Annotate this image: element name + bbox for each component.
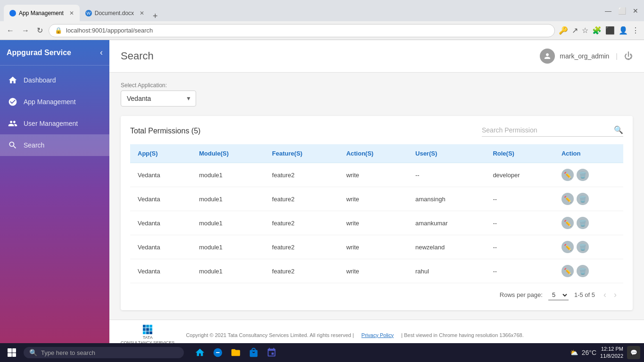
- app-layout: Appgurad Service ‹ Dashboard App Managem…: [0, 40, 644, 343]
- weather-icon: ⛅: [570, 349, 578, 356]
- select-application-label: Select Application:: [121, 82, 633, 89]
- action-icons-1: ✏️ 🗑️: [561, 193, 616, 205]
- cell-user-0: --: [408, 163, 485, 187]
- cell-feature-4: feature2: [264, 259, 339, 283]
- rows-per-page-select[interactable]: 5 10 25: [548, 290, 569, 300]
- temperature-text: 26°C: [582, 349, 596, 356]
- browser-controls: — ⬜ ✕: [603, 6, 640, 16]
- cell-feature-0: feature2: [264, 163, 339, 187]
- cell-action-3: write: [339, 235, 408, 259]
- pagination: Rows per page: 5 10 25 1-5 of 5 ‹ ›: [130, 283, 623, 301]
- notification-button[interactable]: 💬: [627, 346, 640, 359]
- col-header-module: Module(S): [191, 144, 264, 163]
- main-content: Search mark_org_admin | ⏻ Select Applica…: [109, 40, 644, 343]
- close-browser-button[interactable]: ✕: [631, 6, 640, 16]
- cell-role-2: --: [485, 211, 554, 235]
- application-select[interactable]: Vedanta Other App: [121, 90, 196, 107]
- card-header: Total Permissions (5) 🔍: [130, 125, 623, 137]
- profile-icon[interactable]: 👤: [619, 26, 628, 35]
- layout-icon[interactable]: ⬛: [605, 26, 615, 35]
- taskbar-app-files[interactable]: [227, 344, 244, 361]
- next-page-button[interactable]: ›: [611, 289, 619, 301]
- table-header: App(S) Module(S) Feature(S) Action(S) Us…: [130, 144, 623, 163]
- cell-role-0: developer: [485, 163, 554, 187]
- taskbar-app-teams[interactable]: [263, 344, 280, 361]
- share-icon[interactable]: ↗: [572, 26, 578, 35]
- cell-module-4: module1: [191, 259, 264, 283]
- separator: |: [616, 52, 618, 60]
- start-button[interactable]: [4, 346, 20, 359]
- lock-icon: 🔒: [55, 27, 62, 34]
- col-header-action-btn: Action: [554, 144, 623, 163]
- prev-page-button[interactable]: ‹: [601, 289, 609, 301]
- edit-button-4[interactable]: ✏️: [561, 265, 574, 277]
- delete-button-0[interactable]: 🗑️: [577, 169, 589, 181]
- address-bar-row: ← → ↻ 🔒 localhost:9001/appportal/search …: [0, 21, 644, 40]
- pagination-nav: ‹ ›: [601, 289, 619, 301]
- cell-actions-2: ✏️ 🗑️: [554, 211, 623, 235]
- cell-action-4: write: [339, 259, 408, 283]
- star-icon[interactable]: ☆: [582, 26, 588, 35]
- users-icon: [8, 118, 18, 129]
- edit-button-3[interactable]: ✏️: [561, 241, 574, 253]
- address-bar[interactable]: 🔒 localhost:9001/appportal/search: [49, 24, 555, 37]
- cell-role-4: --: [485, 259, 554, 283]
- content-area: Select Application: Vedanta Other App ▼ …: [109, 73, 644, 320]
- back-button[interactable]: ←: [5, 25, 16, 36]
- cell-feature-2: feature2: [264, 211, 339, 235]
- table-row: Vedanta module1 feature2 write rahul -- …: [130, 259, 623, 283]
- refresh-button[interactable]: ↻: [35, 25, 45, 36]
- taskbar-search-box[interactable]: 🔍 Type here to search: [24, 347, 184, 358]
- col-header-app: App(S): [130, 144, 191, 163]
- menu-icon[interactable]: ⋮: [632, 26, 639, 35]
- taskbar-app-store[interactable]: [245, 344, 262, 361]
- cell-role-1: --: [485, 187, 554, 211]
- sidebar-item-user-management[interactable]: User Management: [0, 113, 109, 134]
- edit-button-2[interactable]: ✏️: [561, 217, 574, 229]
- sidebar-item-search[interactable]: Search: [0, 134, 109, 156]
- col-header-role: Role(S): [485, 144, 554, 163]
- privacy-policy-link[interactable]: Privacy Policy: [362, 332, 394, 338]
- select-application-section: Select Application: Vedanta Other App ▼: [121, 82, 633, 116]
- delete-button-4[interactable]: 🗑️: [577, 265, 589, 277]
- extension-icon[interactable]: 🧩: [592, 26, 602, 35]
- cell-module-0: module1: [191, 163, 264, 187]
- cell-feature-3: feature2: [264, 235, 339, 259]
- sidebar-item-app-management[interactable]: App Management: [0, 91, 109, 113]
- forward-button[interactable]: →: [20, 25, 31, 36]
- key-icon[interactable]: 🔑: [559, 26, 568, 35]
- taskbar-app-edge[interactable]: [209, 344, 226, 361]
- tab-favicon-doc: W: [85, 10, 92, 16]
- cell-user-3: newzeland: [408, 235, 485, 259]
- tab-bar: App Management ✕ W Document.docx ✕ +: [4, 0, 599, 21]
- taskbar-app-explorer[interactable]: [191, 344, 208, 361]
- tab-document[interactable]: W Document.docx ✕: [80, 5, 150, 21]
- cell-app-2: Vedanta: [130, 211, 191, 235]
- delete-button-1[interactable]: 🗑️: [577, 193, 589, 205]
- edit-button-1[interactable]: ✏️: [561, 193, 574, 205]
- tab-close-app[interactable]: ✕: [69, 10, 74, 16]
- url-text: localhost:9001/appportal/search: [66, 27, 153, 34]
- permissions-table: App(S) Module(S) Feature(S) Action(S) Us…: [130, 144, 623, 283]
- user-info: mark_org_admin | ⏻: [540, 49, 633, 64]
- logo-sq-1: [143, 325, 146, 328]
- taskbar-search-text: Type here to search: [41, 349, 95, 356]
- logo-sq-9: [149, 331, 152, 334]
- cell-action-1: write: [339, 187, 408, 211]
- power-button[interactable]: ⏻: [624, 51, 633, 61]
- tab-close-doc[interactable]: ✕: [140, 10, 144, 16]
- tab-app-management[interactable]: App Management ✕: [4, 5, 80, 21]
- rows-per-page-label: Rows per page:: [500, 291, 543, 298]
- sidebar-item-dashboard[interactable]: Dashboard: [0, 69, 109, 91]
- select-application-container: Vedanta Other App ▼: [121, 90, 196, 107]
- edit-button-0[interactable]: ✏️: [561, 169, 574, 181]
- delete-button-2[interactable]: 🗑️: [577, 217, 589, 229]
- new-tab-button[interactable]: +: [150, 11, 161, 21]
- sidebar-toggle-button[interactable]: ‹: [100, 48, 103, 58]
- search-permission-input[interactable]: [482, 126, 610, 134]
- delete-button-3[interactable]: 🗑️: [577, 241, 589, 253]
- col-header-action: Action(S): [339, 144, 408, 163]
- maximize-button[interactable]: ⬜: [616, 6, 628, 16]
- search-permission-icon[interactable]: 🔍: [614, 125, 623, 134]
- minimize-button[interactable]: —: [603, 6, 613, 16]
